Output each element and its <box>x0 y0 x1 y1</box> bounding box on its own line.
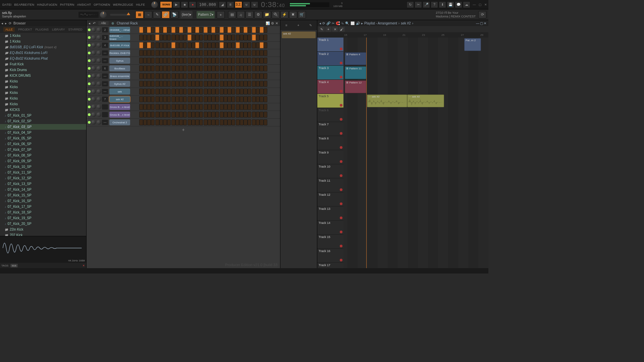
step-button[interactable] <box>195 65 199 71</box>
tree-item[interactable]: Kicks <box>0 96 86 101</box>
step-button[interactable] <box>163 27 167 33</box>
mic-icon[interactable]: 🎤 <box>423 1 430 8</box>
tree-item[interactable]: 07_Kick_15_SP <box>0 192 86 198</box>
step-button[interactable] <box>187 104 192 110</box>
shop-icon[interactable]: 🛒 <box>298 11 306 18</box>
step-button[interactable] <box>147 112 151 118</box>
step-button[interactable] <box>215 81 219 87</box>
step-button[interactable] <box>215 35 219 41</box>
step-button[interactable] <box>236 58 240 64</box>
song-mode-button[interactable]: SONG <box>160 1 172 8</box>
step-button[interactable] <box>147 119 151 125</box>
step-button[interactable] <box>260 81 264 87</box>
step-button[interactable] <box>236 104 240 110</box>
track-header[interactable]: Track 4 <box>317 80 343 94</box>
step-button[interactable] <box>143 112 147 118</box>
help-icon[interactable]: ? <box>431 1 438 8</box>
channel-vol-knob[interactable] <box>97 66 101 71</box>
cloud-icon[interactable]: ☁ <box>463 1 470 8</box>
step-button[interactable] <box>256 42 260 48</box>
step-button[interactable] <box>208 58 212 64</box>
track-header[interactable]: Track 12 <box>317 192 343 206</box>
step-button[interactable] <box>179 35 183 41</box>
track-arm-button[interactable] <box>340 231 342 233</box>
step-button[interactable] <box>139 112 143 118</box>
channel-vol-knob[interactable] <box>97 58 101 63</box>
step-button[interactable] <box>143 27 147 33</box>
step-button[interactable] <box>231 104 235 110</box>
tree-item[interactable]: 07_Kick_09_SP <box>0 158 86 164</box>
channelrack-button[interactable]: ☰ <box>246 11 254 18</box>
channel-vol-knob[interactable] <box>97 112 101 117</box>
playlist-link-icon[interactable]: 🔗 <box>326 21 330 25</box>
step-button[interactable] <box>240 50 244 56</box>
step-button[interactable] <box>244 50 248 56</box>
tree-item[interactable]: 07_Kick_11_SP <box>0 170 86 175</box>
track-header[interactable]: Track 17 <box>317 263 343 268</box>
step-button[interactable] <box>264 65 268 71</box>
step-button[interactable] <box>256 104 260 110</box>
channel-name-button[interactable]: Hh006B_…Hihat <box>109 27 130 33</box>
step-button[interactable] <box>211 65 215 71</box>
step-button[interactable] <box>183 35 187 41</box>
clip[interactable]: ⋯ sek #2 <box>407 95 444 107</box>
channel-mute-led[interactable] <box>88 113 91 116</box>
track-arm-button[interactable] <box>340 104 342 107</box>
track-arm-button[interactable] <box>340 146 342 149</box>
step-button[interactable] <box>236 88 240 95</box>
step-button[interactable] <box>175 112 179 118</box>
step-button[interactable] <box>248 58 252 64</box>
tool-add[interactable]: + <box>325 26 331 32</box>
step-button[interactable] <box>151 81 155 87</box>
step-button[interactable] <box>183 112 187 118</box>
step-button[interactable] <box>204 96 208 102</box>
step-button[interactable] <box>256 88 260 95</box>
rack-options-icon[interactable]: ⚙ <box>271 21 274 25</box>
step-button[interactable] <box>155 104 159 110</box>
channel-mixer-route[interactable]: — <box>102 50 108 56</box>
tree-item[interactable]: 07_Kick_16_SP <box>0 198 86 204</box>
step-button[interactable] <box>195 42 199 48</box>
channel-mute-led[interactable] <box>88 121 91 124</box>
step-button[interactable] <box>155 50 159 56</box>
song-info-refresh[interactable]: ⟳ <box>478 11 486 18</box>
playlist-cut-icon[interactable]: ✂ <box>332 21 334 25</box>
step-button[interactable] <box>244 73 248 79</box>
step-button[interactable] <box>256 35 260 41</box>
tree-item[interactable]: EQ-Bs02 Kickdrums Phat <box>0 56 86 61</box>
step-button[interactable] <box>175 35 179 41</box>
track-arm-button[interactable] <box>340 76 342 78</box>
channel-mixer-route[interactable]: — <box>102 89 108 94</box>
step-button[interactable] <box>231 88 235 95</box>
step-button[interactable] <box>159 88 163 95</box>
step-button[interactable] <box>183 27 187 33</box>
browser-collapse-icon[interactable]: ▸ <box>5 21 7 25</box>
channel-name-button[interactable]: Gross B…x level <box>109 104 130 110</box>
track-arm-button[interactable] <box>340 118 342 121</box>
step-button[interactable] <box>208 73 212 79</box>
step-button[interactable] <box>175 81 179 87</box>
step-button[interactable] <box>183 81 187 87</box>
step-button[interactable] <box>167 42 171 48</box>
step-button[interactable] <box>252 81 256 87</box>
step-button[interactable] <box>220 112 224 118</box>
step-button[interactable] <box>151 42 155 48</box>
clip[interactable]: ⊞ Pattern 4 <box>345 52 366 65</box>
step-button[interactable] <box>187 119 192 125</box>
step-button[interactable] <box>183 88 187 95</box>
step-button[interactable] <box>231 27 235 33</box>
step-button[interactable] <box>163 73 167 79</box>
snap-live-button[interactable]: 📡 <box>170 11 178 18</box>
tree-item[interactable]: KICKS <box>0 107 86 113</box>
new-pattern-button[interactable]: + <box>217 11 225 18</box>
step-button[interactable] <box>151 119 155 125</box>
step-button[interactable] <box>248 88 252 95</box>
step-button[interactable] <box>231 50 235 56</box>
step-button[interactable] <box>163 50 167 56</box>
step-button[interactable] <box>236 119 240 125</box>
tag-chip[interactable]: kick <box>10 264 18 267</box>
step-button[interactable] <box>224 35 228 41</box>
track-arm-button[interactable] <box>340 188 342 191</box>
tree-item[interactable]: 07_Kick_05_SP <box>0 135 86 141</box>
channel-vol-knob[interactable] <box>97 81 101 86</box>
